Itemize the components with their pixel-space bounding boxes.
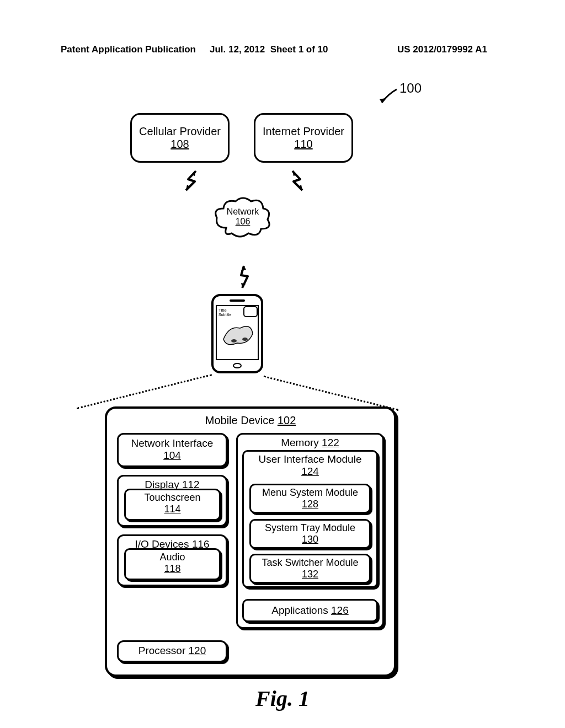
touchscreen-box: Touchscreen 114 [124,489,221,521]
svg-rect-14 [244,307,257,317]
tsm-box: Task Switcher Module 132 [249,554,371,584]
msm-box: Menu System Module 128 [249,484,371,513]
display-box: Display 112 Touchscreen 114 [117,475,227,527]
date-sheet: Jul. 12, 2012 Sheet 1 of 10 [210,44,328,55]
svg-text:Title: Title [218,308,227,313]
figure-ref-100: 100 [377,83,422,105]
processor-box: Processor 120 [117,640,227,662]
internet-ref: 110 [261,138,346,151]
figure-label: Fig. 1 [0,686,565,711]
stm-box: System Tray Module 130 [249,519,371,549]
svg-text:100: 100 [399,83,422,95]
svg-marker-7 [241,266,246,271]
callout-line-left [77,374,212,409]
network-interface-box: Network Interface 104 [117,433,227,467]
cellular-ref: 108 [137,138,222,151]
wireless-link-3 [236,263,252,293]
svg-point-16 [242,338,248,341]
svg-point-10 [233,363,241,368]
cellular-provider-box: Cellular Provider 108 [130,113,230,163]
uim-box: User Interface Module 124 Menu System Mo… [242,450,378,588]
io-devices-box: I/O Devices 116 Audio 118 [117,534,227,586]
svg-rect-11 [230,299,245,302]
mobile-device-box: Mobile Device 102 Network Interface 104 … [105,406,396,677]
internet-provider-box: Internet Provider 110 [254,113,353,163]
date: Jul. 12, 2012 [210,44,265,55]
publication-label: Patent Application Publication [61,44,196,55]
memory-box: Memory 122 User Interface Module 124 Men… [236,433,384,629]
network-name: Network [221,207,265,217]
network-ref: 106 [221,217,265,227]
applications-box: Applications 126 [242,599,378,622]
svg-point-15 [231,339,237,342]
svg-text:Subtitle: Subtitle [218,313,231,317]
network-label: Network 106 [221,207,265,227]
mobile-device-title: Mobile Device 102 [107,409,394,431]
audio-box: Audio 118 [124,548,221,580]
sheet: Sheet 1 of 10 [270,44,328,55]
wireless-link-1 [179,168,201,195]
phone-icon: Title Subtitle [210,292,265,377]
figure-1: 100 Cellular Provider 108 Internet Provi… [0,74,565,681]
callout-line-right [263,376,398,411]
cellular-label: Cellular Provider [137,125,222,138]
internet-label: Internet Provider [261,125,346,138]
wireless-link-2 [287,168,309,195]
pubnum: US 2012/0179992 A1 [397,44,487,55]
